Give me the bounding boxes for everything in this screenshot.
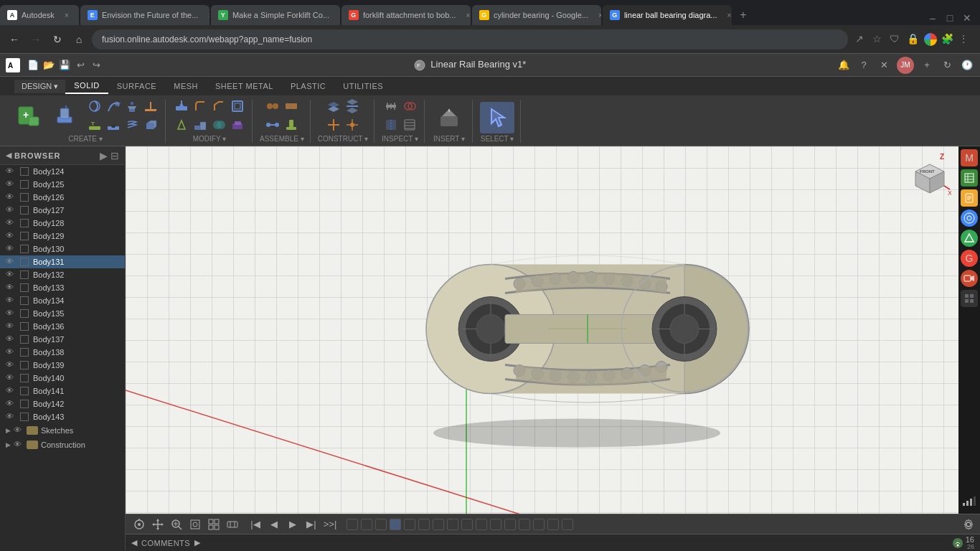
joint-button[interactable] bbox=[264, 98, 281, 115]
help-button[interactable]: ? bbox=[857, 58, 871, 72]
checkbox-140[interactable] bbox=[20, 374, 29, 382]
visibility-icon-131[interactable]: 👁 bbox=[6, 257, 16, 267]
minimize-button[interactable]: – bbox=[925, 11, 940, 25]
browser-item-body135[interactable]: 👁 Body135 bbox=[0, 307, 125, 320]
midplane-button[interactable] bbox=[344, 98, 361, 115]
offset-faces-button[interactable] bbox=[229, 116, 246, 133]
prev-button[interactable]: |◀ bbox=[248, 517, 263, 532]
zoom-button[interactable] bbox=[169, 517, 184, 532]
checkbox-124[interactable] bbox=[20, 167, 29, 176]
timeline-item-7[interactable] bbox=[433, 519, 444, 530]
thread-button[interactable] bbox=[123, 116, 141, 133]
checkbox-130[interactable] bbox=[20, 245, 29, 253]
browser-item-body124[interactable]: 👁 Body124 bbox=[0, 165, 125, 178]
timeline-item-15[interactable] bbox=[547, 519, 559, 530]
tab-surface[interactable]: SURFACE bbox=[108, 79, 165, 93]
share-icon[interactable]: ↗ bbox=[855, 33, 868, 46]
visibility-icon-141[interactable]: 👁 bbox=[6, 386, 16, 396]
browser-item-body125[interactable]: 👁 Body125 bbox=[0, 178, 125, 191]
chrome-app-icon[interactable] bbox=[961, 209, 978, 227]
browser-item-body134[interactable]: 👁 Body134 bbox=[0, 294, 125, 307]
browser-item-body139[interactable]: 👁 Body139 bbox=[0, 359, 125, 372]
user-avatar[interactable]: JM bbox=[897, 57, 914, 74]
folder-construction[interactable]: ▶ 👁 Construction bbox=[0, 438, 125, 452]
browser-item-body132[interactable]: 👁 Body132 bbox=[0, 268, 125, 281]
tab-utilities[interactable]: UTILITIES bbox=[334, 79, 392, 93]
revolve-button[interactable] bbox=[86, 98, 103, 115]
browser-item-body128[interactable]: 👁 Body128 bbox=[0, 217, 125, 230]
timeline-item-10[interactable] bbox=[476, 519, 487, 530]
refresh-button[interactable]: ↻ bbox=[49, 31, 66, 48]
lock-icon[interactable]: 🔒 bbox=[907, 33, 920, 46]
checkbox-128[interactable] bbox=[20, 219, 29, 227]
browser-expand-icon[interactable]: ▶ bbox=[100, 150, 108, 161]
toolbar-add-button[interactable]: + bbox=[920, 58, 934, 72]
fillet-button[interactable] bbox=[192, 98, 209, 115]
visibility-icon-138[interactable]: 👁 bbox=[6, 347, 16, 357]
visibility-icon-143[interactable]: 👁 bbox=[6, 412, 16, 422]
tab-bearing[interactable]: G cylinder bearing - Google... × bbox=[472, 5, 601, 25]
tab-sheetmetal[interactable]: SHEET METAL bbox=[207, 79, 282, 93]
tab-close-linearbearing[interactable]: × bbox=[725, 10, 732, 20]
tab-close-forklift[interactable]: × bbox=[336, 10, 340, 20]
design-dropdown[interactable]: DESIGN ▾ bbox=[14, 80, 65, 93]
new-component-button[interactable]: + bbox=[11, 100, 46, 131]
browser-item-body126[interactable]: 👁 Body126 bbox=[0, 191, 125, 204]
bookmark-icon[interactable]: ☆ bbox=[872, 33, 885, 46]
visibility-icon-133[interactable]: 👁 bbox=[6, 283, 16, 293]
tab-forklift[interactable]: Y Make a Simple Forklift Co... × bbox=[211, 5, 340, 25]
tab-autodesk[interactable]: A Autodesk × bbox=[0, 5, 79, 25]
browser-item-body142[interactable]: 👁 Body142 bbox=[0, 397, 125, 410]
checkbox-141[interactable] bbox=[20, 387, 29, 395]
timeline-item-9[interactable] bbox=[461, 519, 473, 530]
visibility-icon-128[interactable]: 👁 bbox=[6, 218, 16, 228]
visibility-icon-129[interactable]: 👁 bbox=[6, 231, 16, 241]
home-button[interactable]: ⌂ bbox=[70, 31, 88, 48]
tab-close-autodesk[interactable]: × bbox=[62, 10, 72, 20]
checkbox-135[interactable] bbox=[20, 309, 29, 318]
step-forward-button[interactable]: ▶| bbox=[303, 517, 319, 532]
gmail-icon[interactable]: M bbox=[961, 149, 978, 166]
visibility-icon-137[interactable]: 👁 bbox=[6, 334, 16, 344]
insert-mesh-button[interactable] bbox=[432, 102, 466, 133]
tab-linearbearing[interactable]: G linear ball bearing diagra... × bbox=[603, 5, 732, 25]
timeline-item-5[interactable] bbox=[404, 519, 415, 530]
browser-item-body141[interactable]: 👁 Body141 bbox=[0, 385, 125, 397]
browser-item-body127[interactable]: 👁 Body127 bbox=[0, 204, 125, 217]
point-button[interactable] bbox=[344, 116, 361, 133]
tab-close-forklift2[interactable]: × bbox=[463, 10, 471, 20]
scale-button[interactable] bbox=[192, 116, 209, 133]
visibility-icon-136[interactable]: 👁 bbox=[6, 321, 16, 331]
sweep-button[interactable] bbox=[105, 98, 122, 115]
maximize-button[interactable]: □ bbox=[943, 11, 957, 25]
emboss-button[interactable]: T bbox=[86, 116, 103, 133]
section-analysis-button[interactable] bbox=[382, 116, 400, 133]
tab-close-bearing[interactable]: × bbox=[595, 10, 601, 20]
folder-construction-eye-icon[interactable]: 👁 bbox=[14, 440, 24, 450]
browser-item-body140[interactable]: 👁 Body140 bbox=[0, 372, 125, 385]
viewport[interactable]: Z FRONT X bbox=[126, 146, 958, 514]
zoom-fit-button[interactable] bbox=[187, 517, 203, 532]
checkbox-134[interactable] bbox=[20, 296, 29, 305]
display-settings-button[interactable] bbox=[225, 517, 240, 532]
visibility-icon-134[interactable]: 👁 bbox=[6, 296, 16, 306]
offset-plane-button[interactable] bbox=[325, 98, 342, 115]
timeline-item-1[interactable] bbox=[347, 519, 358, 530]
step-back-button[interactable]: ◀ bbox=[266, 517, 282, 532]
tab-mesh[interactable]: MESH bbox=[165, 79, 207, 93]
timeline-item-16[interactable] bbox=[562, 519, 573, 530]
view-cube[interactable]: Z FRONT X bbox=[908, 154, 951, 204]
measure-button[interactable] bbox=[382, 98, 400, 115]
clock-button[interactable]: 🕐 bbox=[960, 58, 974, 72]
visibility-icon-140[interactable]: 👁 bbox=[6, 373, 16, 383]
google-icon[interactable]: G bbox=[961, 250, 978, 267]
tab-plastic[interactable]: PLASTIC bbox=[282, 79, 334, 93]
combine-button[interactable] bbox=[210, 116, 227, 133]
checkbox-129[interactable] bbox=[20, 232, 29, 240]
checkbox-126[interactable] bbox=[20, 193, 29, 202]
chrome-icon[interactable] bbox=[924, 33, 937, 46]
draft-button[interactable] bbox=[173, 116, 190, 133]
visibility-icon-132[interactable]: 👁 bbox=[6, 270, 16, 280]
timeline-item-6[interactable] bbox=[418, 519, 430, 530]
checkbox-125[interactable] bbox=[20, 180, 29, 189]
